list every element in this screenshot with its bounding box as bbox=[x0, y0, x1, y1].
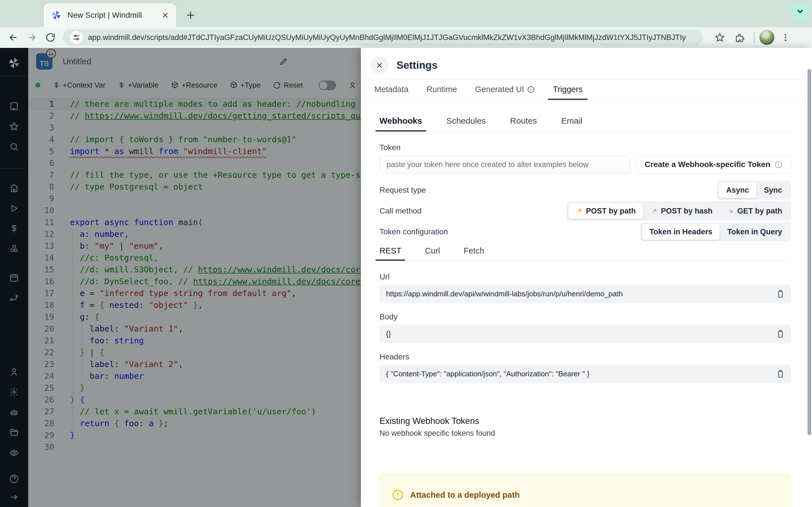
call-method-row: Call method POST by path POST by hash bbox=[379, 201, 791, 221]
dim-overlay bbox=[28, 48, 361, 507]
back-button[interactable] bbox=[4, 28, 22, 47]
call-method-get-by-path[interactable]: GET by path bbox=[720, 203, 790, 219]
headers-value: { "Content-Type": "application/json", "A… bbox=[386, 370, 589, 378]
call-method-label: Call method bbox=[379, 207, 421, 216]
sidebar-item-search[interactable] bbox=[0, 136, 28, 157]
url-bar[interactable]: app.windmill.dev/scripts/add#JTdCJTIyaGF… bbox=[63, 29, 703, 46]
copy-headers-icon[interactable] bbox=[775, 369, 786, 380]
token-configuration-label: Token configuration bbox=[379, 227, 448, 236]
settings-header: Settings bbox=[361, 48, 812, 79]
close-settings-button[interactable] bbox=[370, 56, 389, 74]
settings-drawer: Settings Metadata Runtime Generated UI T… bbox=[361, 48, 812, 507]
copy-url-icon[interactable] bbox=[775, 288, 786, 300]
token-in-query[interactable]: Token in Query bbox=[720, 224, 790, 240]
sidebar-item-resources[interactable] bbox=[0, 239, 28, 259]
forward-button[interactable] bbox=[22, 28, 41, 47]
expand-sidebar-icon[interactable] bbox=[0, 489, 28, 505]
sidebar-divider bbox=[0, 76, 28, 76]
body-label: Body bbox=[379, 313, 791, 321]
trigger-type-tabs: Webhooks Schedules Routes Email bbox=[379, 116, 791, 132]
generated-ui-label: Generated UI bbox=[475, 85, 524, 94]
arrow-down-right-icon bbox=[727, 207, 734, 215]
avatar[interactable] bbox=[759, 30, 774, 45]
call-method-post-by-hash[interactable]: POST by hash bbox=[644, 203, 720, 219]
tab-metadata[interactable]: Metadata bbox=[369, 80, 414, 100]
token-input[interactable] bbox=[379, 156, 630, 173]
browser-tabstrip: New Script | Windmill bbox=[0, 0, 812, 27]
tab-triggers[interactable]: Triggers bbox=[548, 80, 588, 100]
browser-tab[interactable]: New Script | Windmill bbox=[44, 3, 176, 27]
info-icon[interactable] bbox=[774, 160, 783, 169]
new-tab-button[interactable] bbox=[183, 7, 199, 23]
settings-title: Settings bbox=[396, 59, 438, 71]
sidebar-item-workers[interactable] bbox=[0, 402, 28, 422]
token-config-segmented: Token in Headers Token in Query bbox=[640, 222, 791, 241]
token-in-headers[interactable]: Token in Headers bbox=[642, 224, 720, 240]
bookmark-star-icon[interactable] bbox=[711, 28, 729, 47]
url-field: https://app.windmill.dev/api/w/windmill-… bbox=[379, 285, 791, 303]
alert-circle-icon bbox=[392, 489, 404, 501]
tab-search-chevron-button[interactable] bbox=[792, 3, 808, 19]
help-icon[interactable] bbox=[0, 469, 28, 489]
sidebar-item-favorites[interactable] bbox=[0, 116, 28, 136]
arrow-up-right-icon bbox=[651, 207, 658, 215]
tab-close-icon[interactable] bbox=[161, 11, 169, 19]
sidebar-item-variables[interactable] bbox=[0, 219, 28, 239]
url-text[interactable]: app.windmill.dev/scripts/add#JTdCJTIyaGF… bbox=[88, 33, 686, 42]
sidebar-item-runs[interactable] bbox=[0, 198, 28, 219]
request-type-sync[interactable]: Sync bbox=[756, 182, 790, 198]
url-value: https://app.windmill.dev/api/w/windmill-… bbox=[386, 290, 623, 298]
sidebar-item-workspace[interactable] bbox=[0, 96, 28, 116]
tab-fetch[interactable]: Fetch bbox=[460, 246, 488, 261]
post-by-path-label: POST by path bbox=[586, 207, 636, 216]
token-label: Token bbox=[379, 143, 791, 152]
script-editor: TS Untitled +Context Var +Variable bbox=[28, 48, 361, 507]
headers-label: Headers bbox=[379, 352, 791, 361]
reload-button[interactable] bbox=[41, 28, 60, 47]
token-row: Create a Webhook-specific Token bbox=[379, 156, 791, 173]
settings-tabs: Metadata Runtime Generated UI Triggers bbox=[361, 79, 812, 100]
sidebar-item-audit-logs[interactable] bbox=[0, 443, 28, 463]
sidebar-item-home[interactable] bbox=[0, 178, 28, 198]
sidebar-item-schedules[interactable] bbox=[0, 268, 28, 288]
site-settings-icon[interactable] bbox=[70, 31, 83, 44]
copy-body-icon[interactable] bbox=[775, 328, 786, 340]
create-webhook-token-button[interactable]: Create a Webhook-specific Token bbox=[637, 156, 791, 173]
sidebar-item-settings[interactable] bbox=[0, 382, 28, 402]
headers-field: { "Content-Type": "application/json", "A… bbox=[379, 365, 791, 383]
request-type-label: Request type bbox=[379, 186, 426, 194]
sidebar-item-users[interactable] bbox=[0, 362, 28, 382]
deployed-path-warning: Attached to a deployed path The webhooks… bbox=[379, 474, 791, 507]
call-method-post-by-path[interactable]: POST by path bbox=[568, 203, 644, 219]
tab-webhooks[interactable]: Webhooks bbox=[375, 116, 426, 131]
extensions-icon[interactable] bbox=[731, 28, 749, 47]
tab-title: New Script | Windmill bbox=[67, 11, 155, 20]
sidebar-item-routes[interactable] bbox=[0, 288, 28, 308]
tab-runtime[interactable]: Runtime bbox=[421, 80, 462, 100]
url-label: Url bbox=[379, 272, 791, 281]
tab-rest[interactable]: REST bbox=[375, 246, 405, 261]
tab-curl[interactable]: Curl bbox=[421, 246, 444, 261]
body-value: {} bbox=[386, 330, 391, 338]
browser-menu-icon[interactable] bbox=[776, 28, 795, 47]
get-by-path-label: GET by path bbox=[737, 207, 782, 216]
info-icon[interactable] bbox=[527, 86, 535, 94]
tab-schedules[interactable]: Schedules bbox=[442, 116, 490, 131]
drawer-scrollbar[interactable] bbox=[808, 69, 811, 435]
tab-email[interactable]: Email bbox=[557, 116, 586, 131]
arrow-up-right-icon bbox=[576, 207, 583, 215]
windmill-logo-icon[interactable] bbox=[8, 53, 20, 73]
existing-tokens-title: Existing Webhook Tokens bbox=[379, 416, 791, 426]
create-token-label: Create a Webhook-specific Token bbox=[645, 160, 770, 169]
app-sidebar bbox=[0, 48, 28, 507]
windmill-favicon-icon bbox=[50, 10, 62, 21]
sidebar-item-folders[interactable] bbox=[0, 422, 28, 443]
tab-routes[interactable]: Routes bbox=[506, 116, 541, 131]
toolbar-separator bbox=[754, 32, 755, 43]
request-type-async[interactable]: Async bbox=[718, 182, 756, 198]
main-area: TS Untitled +Context Var +Variable bbox=[0, 48, 812, 507]
request-type-row: Request type Async Sync bbox=[379, 180, 791, 201]
call-method-segmented: POST by path POST by hash GET by path bbox=[567, 202, 791, 221]
post-by-hash-label: POST by hash bbox=[661, 207, 712, 216]
tab-generated-ui[interactable]: Generated UI bbox=[470, 80, 540, 100]
